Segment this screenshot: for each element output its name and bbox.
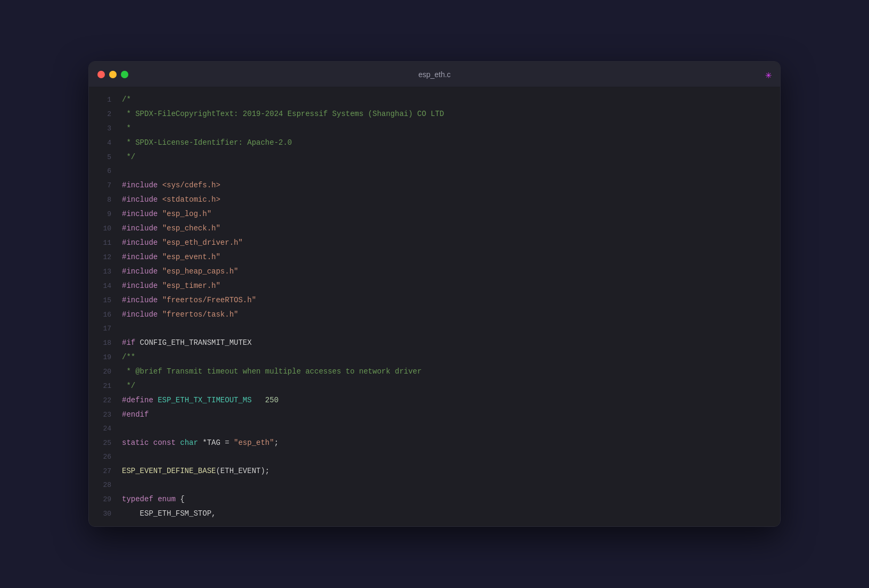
code-editor: 1/*2 * SPDX-FileCopyrightText: 2019-2024… [89,87,780,526]
line-text: /** [122,350,135,364]
code-line: 5 */ [89,150,780,164]
line-number: 5 [94,151,111,164]
close-button[interactable] [97,71,105,78]
traffic-lights [97,71,128,78]
line-text: #include "esp_eth_driver.h" [122,236,243,250]
line-number: 12 [94,251,111,264]
line-text: #include "esp_event.h" [122,250,220,264]
code-line: 9#include "esp_log.h" [89,207,780,221]
line-number: 6 [94,164,111,178]
line-number: 20 [94,365,111,379]
code-line: 7#include <sys/cdefs.h> [89,178,780,193]
line-text: #include "esp_timer.h" [122,279,220,293]
line-text: #endif [122,408,149,421]
line-text: #if CONFIG_ETH_TRANSMIT_MUTEX [122,336,252,350]
code-line: 18#if CONFIG_ETH_TRANSMIT_MUTEX [89,336,780,350]
line-text: ESP_EVENT_DEFINE_BASE(ETH_EVENT); [122,464,269,478]
code-line: 10#include "esp_check.h" [89,221,780,236]
line-number: 11 [94,236,111,250]
code-line: 24 [89,422,780,436]
line-text: * SPDX-License-Identifier: Apache-2.0 [122,136,292,150]
code-line: 11#include "esp_eth_driver.h" [89,236,780,250]
line-number: 4 [94,136,111,150]
line-text: */ [122,150,135,164]
code-line: 4 * SPDX-License-Identifier: Apache-2.0 [89,136,780,150]
code-line: 19/** [89,350,780,365]
code-line: 27ESP_EVENT_DEFINE_BASE(ETH_EVENT); [89,464,780,478]
line-text: static const char *TAG = "esp_eth"; [122,436,278,450]
line-text: #include "esp_heap_caps.h" [122,264,238,278]
minimize-button[interactable] [109,71,117,78]
code-line: 20 * @brief Transmit timeout when multip… [89,365,780,379]
line-number: 15 [94,294,111,308]
line-number: 13 [94,265,111,279]
line-number: 21 [94,379,111,393]
line-text: #include "freertos/FreeRTOS.h" [122,293,256,307]
line-text: * @brief Transmit timeout when multiple … [122,365,422,378]
line-number: 14 [94,279,111,293]
line-number: 1 [94,93,111,107]
app-icon: ✳ [765,68,772,81]
line-number: 25 [94,436,111,450]
code-line: 8#include <stdatomic.h> [89,193,780,207]
code-line: 17 [89,322,780,336]
titlebar: esp_eth.c ✳ [89,62,780,87]
line-number: 27 [94,465,111,478]
code-line: 3 * [89,121,780,136]
line-number: 9 [94,208,111,221]
line-text: #include "freertos/task.h" [122,308,238,321]
line-number: 26 [94,450,111,464]
line-text: #include "esp_log.h" [122,207,211,221]
code-line: 13#include "esp_heap_caps.h" [89,264,780,279]
code-line: 28 [89,478,780,492]
line-number: 10 [94,222,111,236]
line-number: 29 [94,493,111,507]
line-number: 23 [94,408,111,422]
line-number: 8 [94,193,111,207]
line-number: 16 [94,308,111,322]
line-number: 17 [94,322,111,336]
code-line: 12#include "esp_event.h" [89,250,780,264]
code-line: 26 [89,450,780,464]
code-line: 22#define ESP_ETH_TX_TIMEOUT_MS 250 [89,393,780,408]
maximize-button[interactable] [121,71,128,78]
line-text: /* [122,93,131,106]
line-number: 30 [94,507,111,521]
line-text: */ [122,379,135,393]
code-line: 16#include "freertos/task.h" [89,308,780,322]
line-number: 18 [94,336,111,350]
line-number: 2 [94,107,111,121]
line-number: 7 [94,179,111,193]
line-text: typedef enum { [122,492,185,506]
code-line: 29typedef enum { [89,492,780,507]
code-line: 23#endif [89,408,780,422]
line-text: #define ESP_ETH_TX_TIMEOUT_MS 250 [122,393,278,407]
line-number: 19 [94,351,111,365]
line-text: #include "esp_check.h" [122,221,220,235]
line-text: #include <stdatomic.h> [122,193,220,206]
line-text: * SPDX-FileCopyrightText: 2019-2024 Espr… [122,107,444,121]
code-line: 25static const char *TAG = "esp_eth"; [89,436,780,450]
line-number: 3 [94,122,111,136]
code-line: 21 */ [89,379,780,393]
code-line: 30 ESP_ETH_FSM_STOP, [89,507,780,521]
code-line: 6 [89,164,780,178]
line-number: 28 [94,478,111,492]
line-text: #include <sys/cdefs.h> [122,178,220,192]
code-line: 1/* [89,93,780,107]
line-number: 24 [94,422,111,436]
line-text: ESP_ETH_FSM_STOP, [122,507,216,520]
line-number: 22 [94,394,111,408]
code-line: 14#include "esp_timer.h" [89,279,780,293]
code-line: 2 * SPDX-FileCopyrightText: 2019-2024 Es… [89,107,780,121]
code-line: 15#include "freertos/FreeRTOS.h" [89,293,780,308]
window-title: esp_eth.c [419,70,451,79]
editor-window: esp_eth.c ✳ 1/*2 * SPDX-FileCopyrightTex… [88,61,781,527]
line-text: * [122,121,131,135]
